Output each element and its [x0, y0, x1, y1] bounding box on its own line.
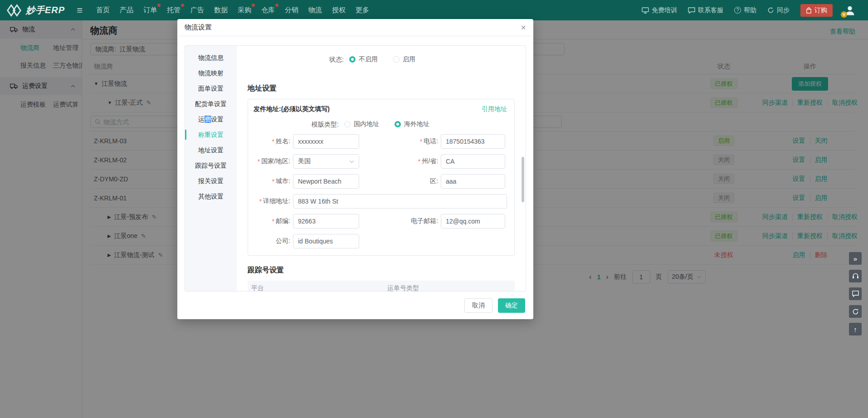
- modal-nav: 物流信息 物流映射 面单设置 配货单设置 运费设置: [185, 46, 237, 291]
- back-to-top-button[interactable]: ↑: [849, 323, 862, 335]
- main-nav: 首页 产品 订单 托管 广告 数据 采购 仓库 分销 物流 授权 更多: [95, 4, 370, 16]
- field-label: 区:: [359, 177, 441, 185]
- text-selection: 费: [205, 116, 211, 123]
- sender-address-title: 发件地址:(必须以英文填写): [254, 105, 330, 113]
- tracking-table: 平台 运单号类型 TikTok 取跟踪单号 取物流: [248, 281, 515, 291]
- field-label: 电子邮箱:: [359, 217, 441, 225]
- required-mark: *: [420, 138, 422, 145]
- collapse-panel-button[interactable]: »: [849, 252, 862, 265]
- modal-nav-item[interactable]: 物流信息: [185, 50, 237, 65]
- confirm-button[interactable]: 确定: [498, 298, 525, 313]
- modal-nav-item[interactable]: 运费设置: [185, 112, 237, 127]
- nav-menu-item[interactable]: 物流: [307, 4, 323, 16]
- nav-menu-item[interactable]: 授权: [331, 4, 346, 16]
- logistics-settings-modal: 物流设置 ✕ 物流信息 物流映射 面单设置 配货单设置: [177, 19, 533, 319]
- monitor-icon: [642, 7, 649, 14]
- radio-icon: [393, 56, 400, 63]
- nav-menu-item[interactable]: 采购: [237, 4, 252, 16]
- help-icon: ?: [734, 7, 741, 14]
- top-navbar: 妙手ERP ≡ 首页 产品 订单 托管 广告 数据 采购 仓库 分销 物流 授权…: [0, 0, 868, 20]
- status-radio[interactable]: 启用: [393, 55, 415, 63]
- status-radio[interactable]: 不启用: [349, 55, 378, 63]
- address-section-heading: 地址设置: [248, 84, 515, 93]
- field-input[interactable]: [293, 174, 359, 189]
- form-row: *姓名: *电话:: [254, 134, 507, 149]
- chat-icon: [688, 7, 695, 14]
- modal-main: 状态: 不启用 启用 地址设置 发件地址:(必须以英文填写) 引用地址 模版类型…: [237, 46, 526, 291]
- field-label: 公司:: [254, 237, 293, 245]
- modal-footer: 取消 确定: [177, 292, 533, 319]
- field-input[interactable]: [293, 234, 359, 248]
- modal-nav-item[interactable]: 报关设置: [185, 173, 237, 189]
- field-input[interactable]: [293, 134, 359, 149]
- nav-menu-item[interactable]: 分销: [284, 4, 299, 16]
- avatar-vip-badge: V: [841, 11, 847, 18]
- modal-nav-item[interactable]: 物流映射: [185, 65, 237, 81]
- template-type-radio[interactable]: 海外地址: [395, 120, 429, 128]
- contact-support-link[interactable]: 联系客服: [688, 6, 723, 15]
- form-row: *国家/地区: *州/省:: [254, 154, 507, 169]
- address-form: *姓名: *电话:: [254, 134, 507, 248]
- nav-menu-item[interactable]: 数据: [213, 4, 229, 16]
- required-mark: *: [418, 158, 420, 165]
- field-input[interactable]: [293, 194, 507, 209]
- menu-toggle-icon[interactable]: ≡: [77, 5, 83, 15]
- nav-menu-item[interactable]: 产品: [119, 4, 134, 16]
- free-training-link[interactable]: 免费培训: [642, 6, 677, 15]
- brand-name: 妙手ERP: [26, 4, 65, 16]
- headset-icon: [852, 273, 859, 279]
- field-label: *邮编:: [254, 217, 293, 225]
- brand-logo-icon: [6, 4, 22, 17]
- modal-nav-item[interactable]: 面单设置: [185, 81, 237, 96]
- field-label: *城市:: [254, 177, 293, 185]
- template-type-radio[interactable]: 国内地址: [344, 120, 379, 128]
- status-field: 状态: 不启用 启用: [248, 55, 515, 64]
- modal-scrollbar[interactable]: [522, 157, 524, 202]
- notification-dot: [181, 4, 184, 7]
- field-input[interactable]: [441, 134, 505, 149]
- refresh-button[interactable]: [849, 305, 862, 318]
- avatar[interactable]: V: [844, 4, 856, 17]
- customer-service-button[interactable]: [849, 270, 862, 282]
- field-label: *姓名:: [254, 137, 293, 146]
- field-input[interactable]: [441, 214, 505, 228]
- modal-nav-item[interactable]: 地址设置: [185, 142, 237, 158]
- nav-menu-item[interactable]: 更多: [355, 4, 370, 16]
- order-button[interactable]: 订购: [800, 4, 833, 17]
- field-input[interactable]: [441, 154, 505, 169]
- modal-nav-item[interactable]: 配货单设置: [185, 96, 237, 112]
- tracking-table-header: 平台 运单号类型: [248, 281, 515, 291]
- field-label: *国家/地区:: [254, 157, 293, 165]
- nav-menu-item[interactable]: 仓库: [260, 4, 276, 16]
- chevron-down-icon: [349, 160, 354, 163]
- nav-menu-item[interactable]: 托管: [166, 4, 181, 16]
- modal-title: 物流设置: [185, 23, 212, 32]
- field-input[interactable]: [293, 214, 359, 228]
- navbar-right: 免费培训 联系客服 ? 帮助 同步 订购 V: [642, 4, 868, 17]
- modal-nav-item[interactable]: 跟踪号设置: [185, 158, 237, 173]
- sync-link[interactable]: 同步: [767, 6, 790, 15]
- brand[interactable]: 妙手ERP: [0, 4, 65, 17]
- chat-bubble-icon: [852, 291, 859, 297]
- nav-menu-item[interactable]: 广告: [190, 4, 205, 16]
- close-icon[interactable]: ✕: [521, 24, 526, 31]
- modal-nav-item[interactable]: 称重设置: [185, 127, 237, 142]
- notification-dot: [252, 4, 255, 7]
- help-link[interactable]: ? 帮助: [734, 6, 756, 15]
- cancel-button[interactable]: 取消: [464, 298, 493, 313]
- form-row: 公司:: [254, 234, 507, 248]
- field-label: *电话:: [359, 137, 441, 146]
- status-label: 状态:: [319, 56, 344, 64]
- floating-toolbar: » ↑: [849, 252, 862, 335]
- field-input[interactable]: [293, 154, 359, 169]
- required-mark: *: [259, 198, 262, 205]
- modal-nav-item[interactable]: 其他设置: [185, 189, 237, 204]
- nav-menu-item[interactable]: 订单: [142, 4, 158, 16]
- nav-menu-item[interactable]: 首页: [95, 4, 111, 16]
- sync-icon: [767, 7, 774, 14]
- feedback-button[interactable]: [849, 287, 862, 300]
- quote-address-link[interactable]: 引用地址: [482, 105, 507, 113]
- field-label: *州/省:: [359, 157, 441, 165]
- field-input[interactable]: [441, 174, 505, 189]
- form-row: *邮编: 电子邮箱:: [254, 214, 507, 228]
